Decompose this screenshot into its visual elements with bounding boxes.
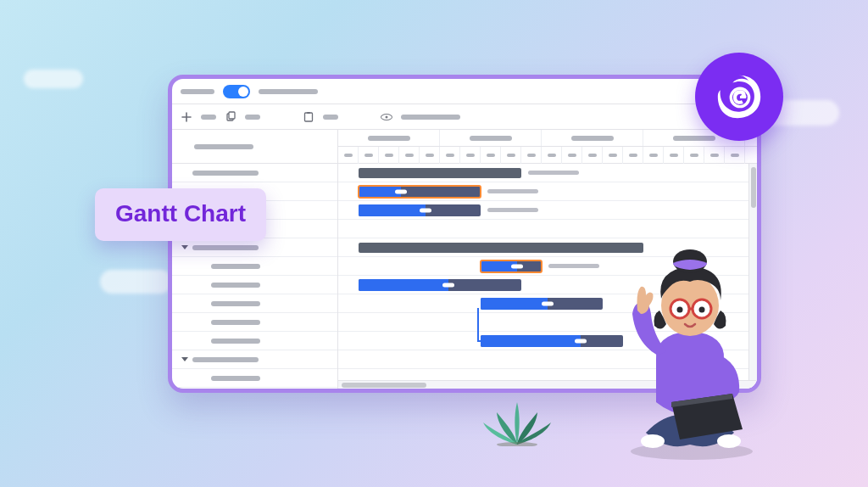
task-row[interactable] — [172, 294, 337, 313]
progress-handle[interactable] — [542, 302, 554, 306]
task-name-placeholder — [192, 171, 259, 176]
decorative-plant — [475, 387, 559, 446]
bar-label-placeholder — [528, 171, 579, 175]
progress-handle[interactable] — [395, 190, 407, 194]
progress-handle[interactable] — [442, 283, 454, 288]
day-header-cell — [623, 147, 643, 164]
day-header-cell — [704, 147, 725, 164]
placeholder-label — [401, 115, 460, 120]
gantt-row[interactable] — [338, 164, 757, 182]
day-header-cell — [440, 147, 460, 164]
day-header-cell — [338, 147, 359, 164]
placeholder-label — [201, 115, 216, 120]
feature-badge-text: Gantt Chart — [115, 200, 246, 227]
task-bar[interactable] — [359, 204, 481, 216]
svg-point-11 — [677, 307, 683, 313]
svg-point-5 — [497, 442, 537, 446]
task-row[interactable] — [172, 313, 337, 332]
copy-icon[interactable] — [225, 111, 236, 123]
progress-handle[interactable] — [420, 209, 431, 213]
task-row[interactable] — [172, 257, 337, 276]
toolbar-primary — [172, 79, 757, 104]
placeholder-label — [323, 115, 338, 120]
auto-schedule-toggle[interactable] — [223, 85, 250, 98]
svg-point-12 — [699, 307, 705, 313]
task-name-placeholder — [211, 339, 260, 344]
task-list-header — [172, 130, 337, 164]
day-header-cell — [379, 147, 399, 164]
day-header-cell — [521, 147, 542, 164]
day-header-cell — [359, 147, 379, 164]
placeholder-label — [245, 115, 260, 120]
task-bar[interactable] — [481, 298, 603, 310]
day-header-cell — [582, 147, 603, 164]
task-name-placeholder — [211, 301, 260, 306]
blazor-logo-badge — [695, 53, 783, 141]
week-header-cell — [338, 130, 440, 146]
task-row[interactable] — [172, 369, 337, 388]
svg-point-14 — [717, 434, 741, 448]
toolbar-secondary — [172, 104, 757, 130]
task-name-placeholder — [211, 283, 260, 288]
dependency-line — [477, 340, 484, 342]
day-header-cell — [399, 147, 420, 164]
svg-rect-3 — [307, 112, 310, 114]
task-name-placeholder — [211, 320, 260, 325]
gantt-timeline-header — [338, 130, 757, 164]
day-header-cell — [643, 147, 664, 164]
dependency-line — [477, 308, 479, 340]
bar-label-placeholder — [548, 264, 599, 268]
summary-bar[interactable] — [359, 168, 521, 178]
decorative-cloud — [100, 270, 172, 294]
task-row[interactable] — [172, 164, 337, 182]
task-row[interactable] — [172, 332, 337, 350]
task-list-panel — [172, 130, 338, 389]
paste-icon[interactable] — [303, 111, 314, 123]
day-header-cell — [664, 147, 684, 164]
eye-icon[interactable] — [381, 111, 392, 123]
blazor-icon — [713, 70, 765, 123]
task-row[interactable] — [172, 238, 337, 257]
progress-handle[interactable] — [511, 265, 523, 269]
task-bar[interactable] — [481, 335, 623, 347]
gantt-row[interactable] — [338, 201, 757, 220]
task-name-placeholder — [211, 376, 260, 381]
task-name-placeholder — [192, 245, 259, 250]
gantt-row[interactable] — [338, 182, 757, 201]
task-row[interactable] — [172, 276, 337, 294]
task-row[interactable] — [172, 350, 337, 369]
plus-icon[interactable] — [181, 111, 192, 123]
placeholder-label — [181, 89, 214, 94]
day-header-cell — [420, 147, 440, 164]
placeholder-label — [259, 89, 318, 94]
week-header-cell — [440, 130, 542, 146]
svg-rect-1 — [229, 112, 235, 119]
task-name-placeholder — [192, 357, 259, 362]
day-header-cell — [725, 147, 745, 164]
day-header-cell — [684, 147, 704, 164]
day-header-cell — [562, 147, 582, 164]
task-bar[interactable] — [481, 260, 542, 272]
progress-handle[interactable] — [575, 339, 587, 344]
decorative-character — [605, 232, 775, 462]
bar-label-placeholder — [487, 208, 538, 212]
column-header-placeholder — [194, 144, 253, 149]
svg-rect-2 — [305, 113, 313, 121]
chevron-down-icon[interactable] — [181, 356, 187, 363]
task-name-placeholder — [211, 264, 260, 269]
chevron-down-icon[interactable] — [181, 244, 187, 251]
task-bar[interactable] — [359, 279, 521, 291]
summary-bar[interactable] — [359, 243, 643, 253]
bar-label-placeholder — [487, 189, 538, 193]
day-header-cell — [481, 147, 501, 164]
feature-badge: Gantt Chart — [95, 188, 266, 241]
task-bar[interactable] — [359, 186, 481, 198]
day-header-cell — [603, 147, 623, 164]
day-header-cell — [501, 147, 521, 164]
svg-point-13 — [641, 434, 665, 448]
week-header-cell — [542, 130, 643, 146]
day-header-cell — [460, 147, 481, 164]
decorative-cloud — [24, 70, 83, 88]
day-header-cell — [542, 147, 562, 164]
